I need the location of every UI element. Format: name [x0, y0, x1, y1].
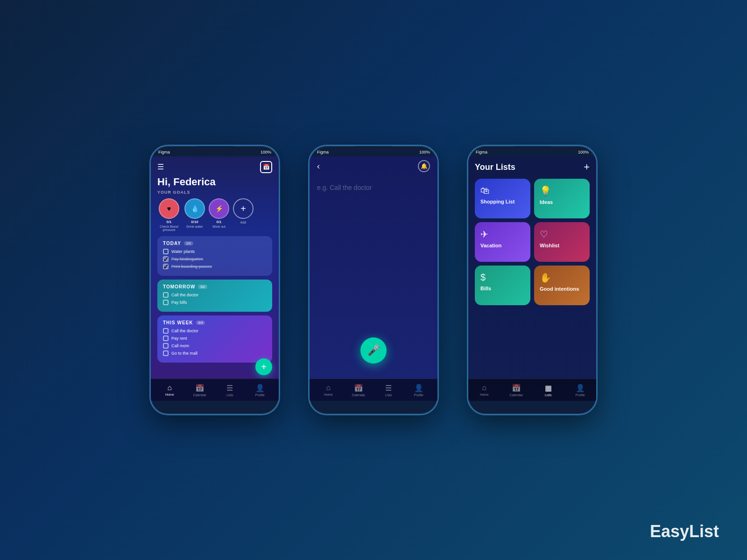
nav-calendar[interactable]: 📅 Calendar: [185, 384, 215, 397]
goals-label: YOUR GOALS: [157, 190, 272, 195]
checkbox-doctor-week[interactable]: [163, 328, 169, 334]
nav3-lists[interactable]: ▦ Lists: [532, 384, 564, 397]
checkbox-kindergarten[interactable]: ✓: [163, 256, 169, 262]
today-title: TODAY: [163, 241, 181, 246]
phone1-content: ☰ 📅 Hi, Federica YOUR GOALS ♥ 0/1 Check …: [151, 156, 279, 401]
nav2-lists-label: Lists: [385, 393, 392, 397]
checkbox-boarding[interactable]: ✓: [163, 264, 169, 269]
phone2-header: ‹ 🔔: [310, 156, 437, 176]
checkbox-rent[interactable]: [163, 336, 169, 341]
checkbox-mom[interactable]: [163, 343, 169, 349]
shopping-label: Shopping List: [480, 199, 525, 204]
nav-lists[interactable]: ☰ Lists: [215, 384, 245, 397]
profile-icon-3: 👤: [576, 384, 585, 392]
task-mall: Go to the mall: [163, 350, 267, 356]
nav-home[interactable]: ⌂ Home: [155, 384, 185, 396]
task-text-doctor-tomorrow: Call the doctor: [171, 293, 198, 297]
today-badge: 2/3: [184, 241, 193, 245]
profile-nav-icon: 👤: [255, 384, 265, 392]
nav3-lists-label: Lists: [545, 393, 551, 397]
status-left-2: Figma: [317, 150, 329, 154]
home-icon-3: ⌂: [482, 384, 486, 392]
calendar-icon-3: 📅: [512, 384, 521, 392]
task-text-boarding: Print boarding passes: [171, 264, 212, 269]
nav3-calendar-label: Calendar: [510, 393, 523, 397]
mic-button[interactable]: 🎤: [360, 337, 387, 364]
home-icon: ⌂: [167, 384, 172, 392]
goal-circle-add[interactable]: +: [233, 198, 254, 219]
goal-name-blood: Check Blood pressure: [157, 225, 181, 231]
goal-item-water: 💧 0/10 Drink water: [184, 198, 205, 228]
task-text-mom: Call mom: [171, 343, 189, 348]
lists-icon-3: ▦: [545, 384, 552, 392]
task-kindergarten: ✓ Pay kindergarten: [163, 256, 267, 262]
task-text-water-plants: Water plants: [171, 249, 195, 254]
checkbox-doctor-tomorrow[interactable]: [163, 292, 169, 298]
brand-label: EasyList: [650, 522, 719, 541]
good-intentions-icon: ✋: [540, 272, 584, 283]
phone3-screen: Your Lists + 🛍 Shopping List 💡 Ideas ✈ V…: [468, 156, 596, 401]
lists-add-button[interactable]: +: [584, 161, 590, 173]
calendar-icon-2: 📅: [354, 384, 363, 392]
bills-label: Bills: [480, 286, 525, 291]
calendar-icon[interactable]: 📅: [260, 161, 272, 173]
goal-name-workout: Work out: [212, 225, 226, 228]
nav-profile[interactable]: 👤 Profile: [245, 384, 275, 397]
thisweek-badge: 0/4: [196, 321, 205, 325]
nav2-home[interactable]: ⌂ Home: [313, 384, 344, 396]
task-text-rent: Pay rent: [171, 336, 187, 341]
calendar-nav-icon: 📅: [195, 384, 204, 392]
vacation-icon: ✈: [480, 229, 525, 240]
phone2-content: ‹ 🔔 e.g. Call the doctor 🎤 ⌂ Home 📅 Cale…: [310, 156, 437, 401]
goal-circle-water[interactable]: 💧: [184, 198, 205, 219]
list-card-wishlist[interactable]: ♡ Wishlist: [534, 222, 590, 262]
thisweek-title: THIS WEEK: [163, 320, 193, 325]
nav2-calendar[interactable]: 📅 Calendar: [344, 384, 374, 397]
phone1-header: ☰ 📅: [157, 161, 272, 173]
goal-circle-blood[interactable]: ♥: [159, 198, 179, 219]
bottom-nav-3: ⌂ Home 📅 Calendar ▦ Lists 👤 Profile: [468, 378, 596, 401]
nav2-profile[interactable]: 👤 Profile: [404, 384, 434, 397]
checkbox-bills[interactable]: [163, 300, 169, 305]
status-right-3: 100%: [578, 150, 589, 154]
hamburger-icon[interactable]: ☰: [157, 163, 164, 171]
checkbox-water-plants[interactable]: [163, 249, 169, 254]
fab-button[interactable]: +: [255, 358, 272, 375]
tomorrow-section: TOMORROW 0/2 Call the doctor Pay bills: [157, 280, 272, 312]
lists-icon-2: ☰: [385, 384, 392, 392]
status-left-3: Figma: [476, 150, 487, 154]
list-card-ideas[interactable]: 💡 Ideas: [534, 179, 590, 218]
list-card-good-intentions[interactable]: ✋ Good intentions: [534, 266, 590, 305]
task-text-bills: Pay bills: [171, 300, 187, 305]
phone-input: Figma 100% ‹ 🔔 e.g. Call the doctor 🎤 ⌂ …: [308, 145, 439, 415]
nav3-home[interactable]: ⌂ Home: [468, 384, 500, 396]
good-intentions-label: Good intentions: [540, 286, 584, 292]
lists-title: Your Lists: [475, 162, 515, 172]
lists-grid: 🛍 Shopping List 💡 Ideas ✈ Vacation ♡ Wis…: [475, 179, 590, 305]
bottom-nav-1: ⌂ Home 📅 Calendar ☰ Lists 👤 Profile: [151, 378, 279, 401]
nav3-profile[interactable]: 👤 Profile: [564, 384, 597, 397]
phone2-screen: ‹ 🔔 e.g. Call the doctor 🎤 ⌂ Home 📅 Cale…: [310, 156, 437, 401]
nav-home-label: Home: [165, 393, 174, 396]
back-button[interactable]: ‹: [317, 161, 320, 171]
list-card-vacation[interactable]: ✈ Vacation: [475, 222, 530, 262]
goal-item-add: + Add: [233, 198, 254, 224]
input-placeholder: e.g. Call the doctor: [317, 184, 372, 191]
goals-row: ♥ 0/1 Check Blood pressure 💧 0/10 Drink …: [157, 198, 272, 231]
lists-header: Your Lists +: [475, 161, 590, 173]
nav2-lists[interactable]: ☰ Lists: [374, 384, 404, 397]
input-area[interactable]: e.g. Call the doctor: [310, 176, 437, 199]
bills-icon: $: [480, 272, 525, 283]
nav3-calendar[interactable]: 📅 Calendar: [500, 384, 533, 397]
ideas-label: Ideas: [540, 199, 584, 205]
checkbox-mall[interactable]: [163, 350, 169, 356]
phone-notch: [196, 146, 233, 155]
phone3-content: Your Lists + 🛍 Shopping List 💡 Ideas ✈ V…: [468, 156, 596, 401]
goal-circle-workout[interactable]: ⚡: [209, 198, 229, 219]
task-doctor-tomorrow: Call the doctor: [163, 292, 267, 298]
list-card-shopping[interactable]: 🛍 Shopping List: [475, 179, 530, 218]
phone-lists: Figma 100% Your Lists + 🛍 Shopping List …: [467, 145, 598, 415]
list-card-bills[interactable]: $ Bills: [475, 266, 530, 305]
bell-icon[interactable]: 🔔: [418, 160, 430, 172]
vacation-label: Vacation: [480, 243, 525, 248]
